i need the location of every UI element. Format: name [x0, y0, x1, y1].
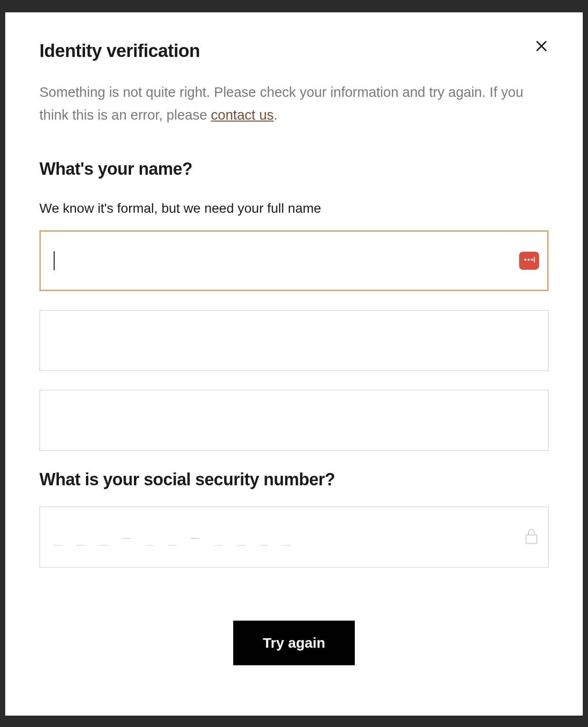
last-name-input[interactable]	[39, 390, 549, 451]
password-manager-icon	[523, 255, 535, 266]
text-cursor	[54, 251, 55, 270]
submit-wrapper: Try again	[39, 621, 549, 665]
password-manager-badge[interactable]	[519, 252, 539, 270]
modal-title: Identity verification	[39, 41, 200, 61]
svg-point-3	[528, 258, 530, 260]
modal-header: Identity verification	[39, 41, 549, 61]
svg-point-4	[531, 258, 533, 260]
svg-point-2	[524, 258, 526, 260]
ssn-input-wrapper: _ _ _ – _ _ – _ _ _ _	[39, 507, 549, 567]
close-icon	[534, 47, 549, 55]
error-text-part2: .	[274, 107, 277, 123]
last-name-wrapper	[39, 390, 549, 451]
ssn-input[interactable]	[39, 507, 549, 567]
ssn-section: What is your social security number? _ _…	[39, 470, 549, 567]
name-section-subtext: We know it's formal, but we need your fu…	[39, 201, 549, 216]
first-name-wrapper	[39, 230, 549, 291]
middle-name-input[interactable]	[39, 310, 549, 371]
try-again-button[interactable]: Try again	[233, 621, 355, 665]
ssn-section-heading: What is your social security number?	[39, 470, 549, 490]
first-name-input[interactable]	[39, 230, 549, 291]
contact-us-link[interactable]: contact us	[211, 107, 274, 123]
error-text-part1: Something is not quite right. Please che…	[39, 85, 523, 123]
close-button[interactable]	[534, 39, 549, 55]
name-section-heading: What's your name?	[39, 159, 549, 179]
middle-name-wrapper	[39, 310, 549, 371]
lock-icon	[524, 528, 539, 547]
svg-rect-6	[526, 535, 537, 543]
identity-verification-modal: Identity verification Something is not q…	[5, 12, 583, 716]
error-message: Something is not quite right. Please che…	[39, 81, 549, 127]
